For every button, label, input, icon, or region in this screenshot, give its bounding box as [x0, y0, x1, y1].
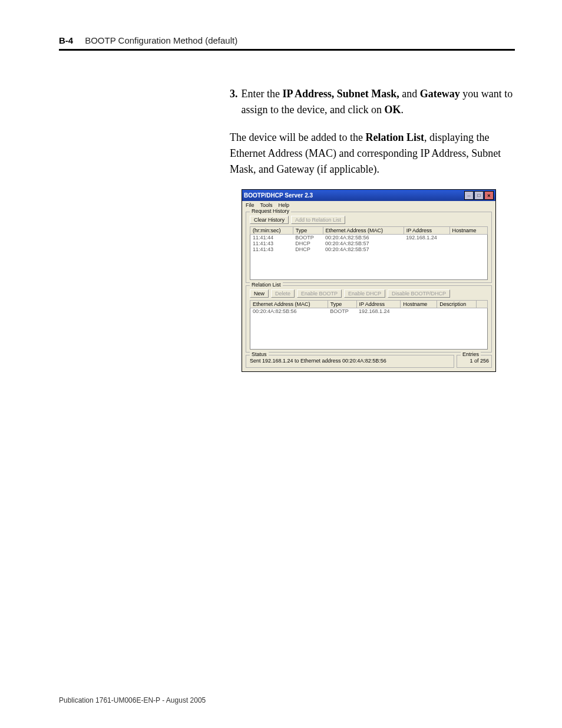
relation-list-buttons: New Delete Enable BOOTP Enable DHCP Disa…	[250, 289, 488, 298]
status-title: Status	[250, 351, 269, 357]
clear-history-button[interactable]: Clear History	[250, 216, 289, 224]
request-history-group: Request History Clear History Add to Rel…	[246, 212, 492, 283]
request-history-title: Request History	[250, 208, 291, 214]
relation-list-group: Relation List New Delete Enable BOOTP En…	[246, 285, 492, 353]
menu-help[interactable]: Help	[279, 202, 290, 208]
col-ip[interactable]: IP Address	[356, 300, 401, 308]
window-controls	[464, 191, 494, 200]
window-title: BOOTP/DHCP Server 2.3	[244, 192, 313, 199]
menu-tools[interactable]: Tools	[260, 202, 273, 208]
disable-bootp-dhcp-button[interactable]: Disable BOOTP/DHCP	[388, 289, 450, 298]
bootp-window: BOOTP/DHCP Server 2.3 File Tools Help Re…	[242, 189, 496, 372]
enable-dhcp-button[interactable]: Enable DHCP	[344, 289, 385, 298]
delete-button[interactable]: Delete	[271, 289, 295, 298]
maximize-button[interactable]	[474, 191, 484, 200]
col-host[interactable]: Hostname	[449, 227, 487, 235]
menu-file[interactable]: File	[246, 202, 254, 208]
header-rule	[59, 49, 515, 51]
step-number: 3.	[230, 86, 238, 118]
col-mac[interactable]: Ethernet Address (MAC)	[250, 300, 328, 308]
table-row[interactable]: 00:20:4A:82:5B:56 BOOTP 192.168.1.24	[250, 308, 488, 314]
table-row[interactable]: 11:41:43 DHCP 00:20:4A:82:5B:57	[250, 246, 488, 252]
request-history-table[interactable]: (hr:min:sec) Type Ethernet Address (MAC)…	[250, 226, 488, 280]
table-row[interactable]: 11:41:43 DHCP 00:20:4A:82:5B:57	[250, 241, 488, 246]
enable-bootp-button[interactable]: Enable BOOTP	[297, 289, 342, 298]
titlebar[interactable]: BOOTP/DHCP Server 2.3	[242, 190, 495, 201]
entries-title: Entries	[461, 351, 481, 357]
add-to-relation-button[interactable]: Add to Relation List	[291, 216, 345, 224]
col-type[interactable]: Type	[328, 300, 356, 308]
new-button[interactable]: New	[250, 289, 269, 298]
relation-list-table[interactable]: Ethernet Address (MAC) Type IP Address H…	[250, 300, 488, 350]
status-text: Sent 192.168.1.24 to Ethernet address 00…	[250, 358, 386, 364]
request-history-buttons: Clear History Add to Relation List	[250, 216, 488, 224]
entries-group: Entries 1 of 256	[457, 355, 492, 368]
table-row[interactable]: 11:41:44 BOOTP 00:20:4A:82:5B:56 192.168…	[250, 235, 488, 241]
step-text: Enter the IP Address, Subnet Mask, and G…	[242, 86, 515, 118]
footer: Publication 1761-UM006E-EN-P - August 20…	[59, 696, 206, 704]
col-mac[interactable]: Ethernet Address (MAC)	[323, 227, 404, 235]
request-history-header-row: (hr:min:sec) Type Ethernet Address (MAC)…	[250, 227, 488, 235]
page-header: B-4 BOOTP Configuration Method (default)	[59, 35, 515, 45]
minimize-button[interactable]	[464, 191, 474, 200]
status-row: Status Sent 192.168.1.24 to Ethernet add…	[246, 355, 492, 368]
body-content: 3. Enter the IP Address, Subnet Mask, an…	[230, 86, 515, 177]
header-title: BOOTP Configuration Method (default)	[85, 35, 237, 45]
col-host[interactable]: Hostname	[401, 300, 437, 308]
relation-header-row: Ethernet Address (MAC) Type IP Address H…	[250, 300, 488, 308]
entries-text: 1 of 256	[470, 358, 489, 364]
col-type[interactable]: Type	[293, 227, 323, 235]
status-group: Status Sent 192.168.1.24 to Ethernet add…	[246, 355, 454, 368]
col-desc[interactable]: Description	[437, 300, 477, 308]
col-spacer	[477, 300, 488, 308]
col-ip[interactable]: IP Address	[404, 227, 449, 235]
step-3: 3. Enter the IP Address, Subnet Mask, an…	[230, 86, 515, 118]
close-button[interactable]	[484, 191, 494, 200]
col-time[interactable]: (hr:min:sec)	[250, 227, 293, 235]
page-number: B-4	[59, 35, 73, 45]
relation-list-title: Relation List	[250, 282, 283, 288]
step-paragraph: The device will be added to the Relation…	[230, 130, 515, 177]
